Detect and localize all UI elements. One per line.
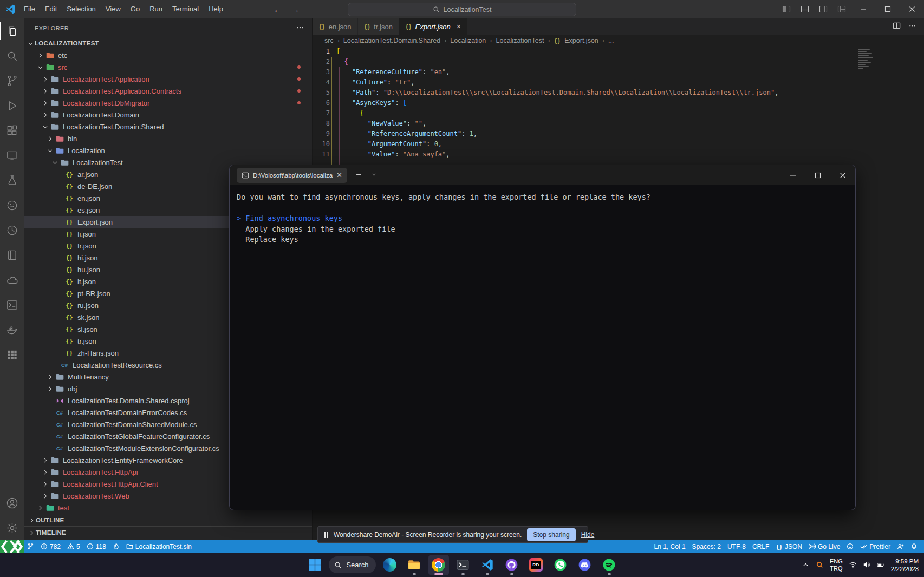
nav-forward-icon[interactable]: →: [291, 5, 300, 14]
menu-help[interactable]: Help: [204, 5, 228, 13]
status-problems-errors[interactable]: 782: [37, 540, 64, 553]
activity-history-icon[interactable]: [0, 218, 24, 242]
toggle-panel-icon[interactable]: [796, 0, 814, 18]
nav-back-icon[interactable]: ←: [274, 5, 282, 14]
tree-item-src[interactable]: src: [24, 61, 312, 73]
taskbar-start-icon[interactable]: [304, 555, 325, 575]
editor-tab-en.json[interactable]: {}en.json: [313, 18, 358, 35]
status-cursor-position[interactable]: Ln 1, Col 1: [651, 540, 689, 553]
toggle-sidebar-icon[interactable]: [777, 0, 796, 18]
activity-cloud-icon[interactable]: [0, 267, 24, 292]
tree-item-localization[interactable]: Localization: [24, 145, 312, 156]
activity-testing-icon[interactable]: [0, 168, 24, 193]
status-notifications[interactable]: [907, 540, 921, 553]
status-flame[interactable]: [109, 540, 123, 553]
terminal-minimize-button[interactable]: [780, 165, 805, 185]
minimap[interactable]: [858, 49, 876, 69]
status-branch[interactable]: [24, 540, 37, 553]
menu-terminal[interactable]: Terminal: [167, 5, 204, 13]
menu-selection[interactable]: Selection: [62, 5, 100, 13]
split-editor-icon[interactable]: [893, 22, 901, 32]
activity-docker-icon[interactable]: [0, 317, 24, 342]
activity-notebook-icon[interactable]: [0, 242, 24, 267]
status-face[interactable]: [843, 540, 857, 553]
editor-tab-export.json[interactable]: {}Export.json×: [399, 18, 467, 35]
tree-item-localizationtest[interactable]: LOCALIZATIONTEST: [24, 37, 312, 49]
battery-icon[interactable]: [877, 561, 885, 569]
activity-account-icon[interactable]: [0, 490, 24, 515]
taskbar-chrome-icon[interactable]: [428, 555, 449, 575]
status-go-live[interactable]: Go Live: [805, 540, 843, 553]
menu-file[interactable]: File: [19, 5, 40, 13]
status-indentation[interactable]: Spaces: 2: [689, 540, 724, 553]
tree-item-localizationtest.domain[interactable]: LocalizationTest.Domain: [24, 109, 312, 121]
tree-item-bin[interactable]: bin: [24, 133, 312, 145]
terminal-tab[interactable]: D:\Volosoft\abp\tools\localiza ✕: [237, 168, 347, 183]
terminal-maximize-button[interactable]: [805, 165, 830, 185]
status-solution[interactable]: LocalizationTest.sln: [123, 540, 195, 553]
status-encoding[interactable]: UTF-8: [724, 540, 749, 553]
taskbar-rider-icon[interactable]: RD: [526, 555, 546, 575]
breadcrumb-item[interactable]: src: [324, 37, 334, 44]
tray-chevron-up-icon[interactable]: [802, 561, 810, 569]
menu-go[interactable]: Go: [126, 5, 145, 13]
taskbar-spotify-icon[interactable]: [599, 555, 620, 575]
tray-app-icon[interactable]: [816, 561, 824, 569]
wifi-icon[interactable]: [849, 561, 857, 569]
breadcrumb-item[interactable]: Localization: [450, 37, 486, 44]
terminal-tab-close-icon[interactable]: ✕: [336, 171, 342, 179]
activity-remote-explorer-icon[interactable]: [0, 143, 24, 168]
taskbar-edge-icon[interactable]: [380, 555, 400, 575]
activity-explorer-icon[interactable]: [0, 18, 24, 43]
status-eol[interactable]: CRLF: [749, 540, 772, 553]
activity-extensions-icon[interactable]: [0, 118, 24, 143]
activity-terminal-icon[interactable]: [0, 292, 24, 317]
taskbar-file-explorer-icon[interactable]: [404, 555, 425, 575]
menu-edit[interactable]: Edit: [40, 5, 62, 13]
breadcrumb-item[interactable]: LocalizationTest.Domain.Shared: [343, 37, 440, 44]
remote-indicator[interactable]: [0, 540, 24, 553]
hide-sharing-link[interactable]: Hide: [581, 531, 595, 539]
terminal-output[interactable]: Do you want to find asynchronous keys, a…: [230, 185, 855, 510]
tree-item-localizationtest.domain.shared[interactable]: LocalizationTest.Domain.Shared: [24, 121, 312, 133]
more-actions-icon[interactable]: [908, 22, 916, 32]
explorer-more-actions-icon[interactable]: [296, 23, 304, 33]
activity-run-debug-icon[interactable]: [0, 93, 24, 118]
customize-layout-icon[interactable]: [832, 0, 851, 18]
tree-item-localizationtest.dbmigrator[interactable]: LocalizationTest.DbMigrator: [24, 97, 312, 109]
taskbar-github-desktop-icon[interactable]: [502, 555, 522, 575]
taskbar-whatsapp-icon[interactable]: [550, 555, 571, 575]
status-language-mode[interactable]: {}JSON: [772, 540, 805, 553]
activity-settings-icon[interactable]: [0, 515, 24, 540]
taskbar-search[interactable]: Search: [329, 556, 375, 573]
window-close-button[interactable]: [900, 0, 924, 18]
command-center-search[interactable]: LocalizationTest: [348, 3, 576, 16]
menu-view[interactable]: View: [101, 5, 126, 13]
terminal-tab-dropdown-icon[interactable]: [370, 171, 378, 180]
taskbar-vscode-icon[interactable]: [477, 555, 498, 575]
menu-run[interactable]: Run: [145, 5, 167, 13]
breadcrumb-item[interactable]: ...: [608, 37, 614, 44]
breadcrumb-item[interactable]: LocalizationTest: [496, 37, 544, 44]
taskbar-windows-terminal-icon[interactable]: [453, 555, 473, 575]
terminal-new-tab-icon[interactable]: [355, 171, 362, 180]
taskbar-discord-icon[interactable]: [575, 555, 595, 575]
activity-github-icon[interactable]: [0, 193, 24, 218]
window-maximize-button[interactable]: [875, 0, 900, 18]
activity-source-control-icon[interactable]: [0, 68, 24, 93]
volume-icon[interactable]: [863, 561, 871, 569]
sidebar-section-outline[interactable]: OUTLINE: [24, 514, 312, 526]
status-prettier[interactable]: Prettier: [857, 540, 894, 553]
terminal-close-button[interactable]: [830, 165, 855, 185]
window-minimize-button[interactable]: [851, 0, 875, 18]
language-indicator[interactable]: ENG TRQ: [830, 558, 843, 572]
activity-search-icon[interactable]: [0, 43, 24, 68]
tree-item-localizationtest.application[interactable]: LocalizationTest.Application: [24, 73, 312, 85]
breadcrumb-item[interactable]: Export.json: [564, 37, 598, 44]
tree-item-etc[interactable]: etc: [24, 49, 312, 61]
status-feedback[interactable]: [894, 540, 907, 553]
tab-close-icon[interactable]: ×: [457, 23, 461, 30]
editor-tab-tr.json[interactable]: {}tr.json: [358, 18, 399, 35]
stop-sharing-button[interactable]: Stop sharing: [527, 528, 575, 541]
status-problems-warnings[interactable]: 5: [64, 540, 83, 553]
